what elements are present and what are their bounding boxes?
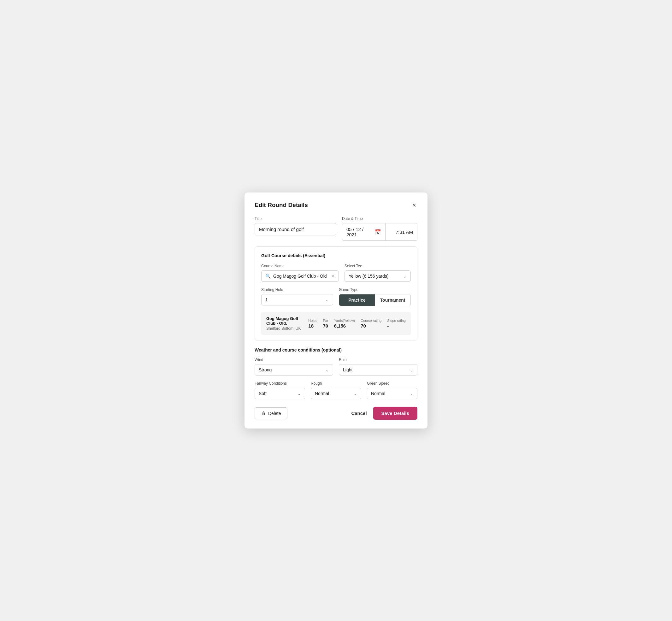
course-info-box: Gog Magog Golf Club - Old, Shelford Bott…	[261, 312, 411, 335]
course-location: Shelford Bottom, UK	[266, 326, 303, 331]
trash-icon: 🗑	[261, 411, 266, 416]
search-icon: 🔍	[265, 274, 271, 279]
title-input[interactable]	[255, 223, 336, 236]
fairway-group: Fairway Conditions Soft ⌄	[255, 381, 305, 399]
yards-stat: Yards(Yellow) 6,156	[334, 319, 355, 329]
starting-hole-label: Starting Hole	[261, 287, 333, 292]
chevron-down-icon-green: ⌄	[410, 391, 413, 396]
delete-button[interactable]: 🗑 Delete	[255, 407, 287, 419]
rough-label: Rough	[311, 381, 361, 385]
select-tee-value: Yellow (6,156 yards)	[349, 274, 388, 279]
green-speed-group: Green Speed Normal ⌄	[367, 381, 417, 399]
yards-label: Yards(Yellow)	[334, 319, 355, 323]
datetime-group: Date & Time 05 / 12 / 2021 📅 7:31 AM	[342, 216, 417, 241]
game-type-group: Game Type Practice Tournament	[339, 287, 411, 306]
rain-dropdown[interactable]: Light ⌄	[339, 364, 417, 375]
calendar-icon: 📅	[375, 229, 381, 235]
footer-row: 🗑 Delete Cancel Save Details	[255, 407, 417, 420]
title-group: Title	[255, 216, 336, 241]
par-stat: Par 70	[323, 319, 328, 329]
date-input[interactable]: 05 / 12 / 2021 📅	[342, 223, 385, 241]
course-name-label: Course Name	[261, 264, 339, 268]
modal-title: Edit Round Details	[255, 202, 308, 209]
chevron-down-icon-rough: ⌄	[354, 391, 357, 396]
course-rating-label: Course rating	[361, 319, 381, 323]
course-tee-row: Course Name 🔍 ✕ Select Tee Yellow (6,156…	[261, 264, 411, 282]
golf-course-section: Golf Course details (Essential) Course N…	[255, 246, 417, 340]
wind-group: Wind Strong ⌄	[255, 358, 333, 375]
wind-dropdown[interactable]: Strong ⌄	[255, 364, 333, 375]
date-value: 05 / 12 / 2021	[346, 226, 373, 237]
time-input[interactable]: 7:31 AM	[385, 223, 417, 241]
course-rating-stat: Course rating 70	[361, 319, 381, 329]
time-value: 7:31 AM	[395, 230, 413, 235]
clear-icon[interactable]: ✕	[331, 274, 335, 279]
select-tee-label: Select Tee	[344, 264, 411, 268]
delete-label: Delete	[268, 411, 281, 416]
slope-rating-value: -	[387, 323, 389, 329]
weather-section-title: Weather and course conditions (optional)	[255, 347, 417, 353]
slope-rating-label: Slope rating	[387, 319, 406, 323]
fairway-dropdown[interactable]: Soft ⌄	[255, 388, 305, 399]
course-name-input[interactable]	[273, 274, 328, 279]
select-tee-dropdown[interactable]: Yellow (6,156 yards) ⌄	[344, 271, 411, 282]
holes-stat: Holes 18	[308, 319, 317, 329]
edit-round-modal: Edit Round Details × Title Date & Time 0…	[245, 193, 427, 428]
title-label: Title	[255, 216, 336, 221]
course-rating-value: 70	[361, 323, 366, 329]
fairway-label: Fairway Conditions	[255, 381, 305, 385]
fairway-value: Soft	[259, 391, 266, 396]
wind-value: Strong	[259, 367, 271, 372]
select-tee-group: Select Tee Yellow (6,156 yards) ⌄	[344, 264, 411, 282]
title-datetime-row: Title Date & Time 05 / 12 / 2021 📅 7:31 …	[255, 216, 417, 241]
wind-rain-row: Wind Strong ⌄ Rain Light ⌄	[255, 358, 417, 375]
golf-course-section-title: Golf Course details (Essential)	[261, 253, 411, 258]
starting-hole-dropdown[interactable]: 1 ⌄	[261, 294, 333, 305]
rain-group: Rain Light ⌄	[339, 358, 417, 375]
wind-label: Wind	[255, 358, 333, 362]
holes-label: Holes	[308, 319, 317, 323]
green-speed-value: Normal	[371, 391, 385, 396]
practice-button[interactable]: Practice	[339, 294, 375, 306]
holes-value: 18	[308, 323, 313, 329]
starting-hole-group: Starting Hole 1 ⌄	[261, 287, 333, 306]
chevron-down-icon-hole: ⌄	[326, 298, 329, 302]
course-full-name: Gog Magog Golf Club - Old,	[266, 316, 303, 326]
rain-label: Rain	[339, 358, 417, 362]
rain-value: Light	[343, 367, 352, 372]
datetime-label: Date & Time	[342, 216, 417, 221]
course-stats: Holes 18 Par 70 Yards(Yellow) 6,156 Cour…	[308, 319, 406, 329]
fairway-rough-green-row: Fairway Conditions Soft ⌄ Rough Normal ⌄…	[255, 381, 417, 399]
game-type-toggle: Practice Tournament	[339, 294, 411, 306]
course-name-group: Course Name 🔍 ✕	[261, 264, 339, 282]
par-value: 70	[323, 323, 328, 329]
chevron-down-icon-wind: ⌄	[326, 368, 329, 372]
rough-dropdown[interactable]: Normal ⌄	[311, 388, 361, 399]
par-label: Par	[323, 319, 328, 323]
chevron-down-icon-fairway: ⌄	[297, 391, 301, 396]
rough-value: Normal	[315, 391, 329, 396]
green-speed-dropdown[interactable]: Normal ⌄	[367, 388, 417, 399]
close-button[interactable]: ×	[411, 201, 417, 209]
chevron-down-icon: ⌄	[403, 274, 407, 279]
rough-group: Rough Normal ⌄	[311, 381, 361, 399]
weather-section: Weather and course conditions (optional)…	[255, 347, 417, 399]
cancel-button[interactable]: Cancel	[351, 411, 367, 416]
save-button[interactable]: Save Details	[373, 407, 417, 420]
tournament-button[interactable]: Tournament	[375, 294, 411, 306]
slope-rating-stat: Slope rating -	[387, 319, 406, 329]
starting-hole-value: 1	[265, 297, 268, 302]
game-type-label: Game Type	[339, 287, 411, 292]
chevron-down-icon-rain: ⌄	[410, 368, 413, 372]
yards-value: 6,156	[334, 323, 346, 329]
course-name-location: Gog Magog Golf Club - Old, Shelford Bott…	[266, 316, 303, 331]
green-speed-label: Green Speed	[367, 381, 417, 385]
hole-gametype-row: Starting Hole 1 ⌄ Game Type Practice Tou…	[261, 287, 411, 306]
modal-header: Edit Round Details ×	[255, 201, 417, 209]
footer-right: Cancel Save Details	[351, 407, 417, 420]
course-name-search[interactable]: 🔍 ✕	[261, 271, 339, 282]
date-time-input-group: 05 / 12 / 2021 📅 7:31 AM	[342, 223, 417, 241]
